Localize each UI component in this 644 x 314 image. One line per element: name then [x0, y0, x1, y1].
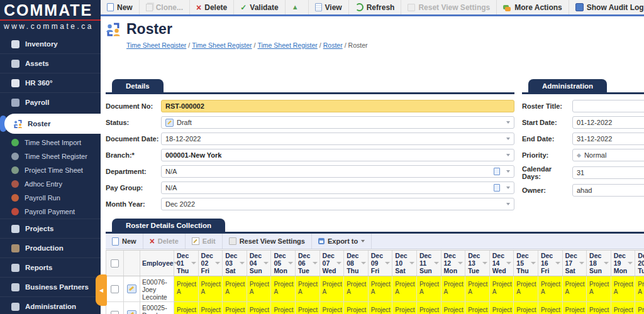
grid-header-date-dec-17[interactable]: Dec17Sat: [563, 251, 587, 276]
branch-input[interactable]: 000001-New York: [161, 149, 514, 161]
roster-cell[interactable]: Project A: [587, 276, 611, 301]
roster-cell[interactable]: Project A: [490, 302, 514, 314]
filter-icon[interactable]: [240, 262, 245, 264]
grid-header-date-dec-08[interactable]: Dec08Thu: [344, 251, 369, 276]
dropdown-caret-icon[interactable]: [506, 138, 510, 140]
document-date-input[interactable]: 18-12-2022: [161, 133, 514, 145]
sidebar-item-adhoc-entry[interactable]: Adhoc Entry: [0, 177, 101, 191]
sidebar-item-projects[interactable]: Projects: [0, 219, 101, 238]
department-input[interactable]: N/A: [161, 165, 514, 178]
tab-roster-details-collection[interactable]: Roster Details Collection: [112, 219, 225, 233]
tab-details[interactable]: Details: [112, 79, 164, 94]
end-date-input[interactable]: 31-12-2022: [572, 133, 644, 145]
sidebar-collapse-handle[interactable]: ◀: [96, 274, 107, 306]
new-button[interactable]: New: [106, 234, 143, 249]
sidebar-item-assets[interactable]: Assets: [0, 53, 101, 73]
roster-cell[interactable]: Project A: [199, 276, 223, 301]
roster-title-input[interactable]: [572, 100, 644, 112]
more-actions-button[interactable]: More Actions: [497, 0, 569, 14]
view-button[interactable]: View: [309, 0, 349, 14]
edit-row-icon[interactable]: [127, 284, 136, 293]
sidebar-item-production[interactable]: Production: [0, 238, 101, 257]
roster-cell[interactable]: Project A: [611, 302, 636, 314]
dropdown-caret-icon[interactable]: [506, 154, 510, 156]
grid-header-date-dec-12[interactable]: Dec12Mon: [441, 251, 466, 276]
sidebar-item-payroll[interactable]: Payroll: [0, 92, 101, 112]
dropdown-caret-icon[interactable]: [506, 187, 510, 189]
roster-cell[interactable]: Project A: [296, 276, 320, 301]
grid-header-date-dec-20[interactable]: Dec20Tue: [635, 251, 644, 276]
roster-cell[interactable]: Project A: [441, 302, 466, 314]
breadcrumb-link[interactable]: Time Sheet Register: [126, 41, 186, 49]
start-date-input[interactable]: 01-12-2022: [572, 116, 644, 129]
grid-header-date-dec-18[interactable]: Dec18Sun: [587, 251, 611, 276]
dropdown-caret-icon[interactable]: [506, 170, 510, 173]
row-checkbox[interactable]: [111, 285, 119, 293]
filter-icon[interactable]: [191, 262, 196, 264]
roster-cell[interactable]: Project A: [369, 302, 393, 314]
filter-icon[interactable]: [361, 262, 366, 264]
roster-cell[interactable]: Project A: [635, 302, 644, 314]
roster-cell[interactable]: Project A: [465, 302, 490, 314]
show-audit-logs-button[interactable]: Show Audit Logs: [569, 0, 644, 14]
filter-icon[interactable]: [555, 262, 560, 264]
sidebar-item-reports[interactable]: Reports: [0, 257, 101, 277]
roster-cell[interactable]: Project A: [369, 276, 393, 301]
roster-cell[interactable]: Project A: [441, 276, 466, 301]
month-year-input[interactable]: Dec 2022: [161, 198, 514, 210]
roster-cell[interactable]: Project A: [344, 276, 369, 301]
filter-icon[interactable]: [579, 262, 584, 264]
filter-icon[interactable]: [531, 262, 536, 264]
grid-header-date-dec-03[interactable]: Dec03Sat: [223, 251, 247, 276]
filter-icon[interactable]: [264, 262, 269, 264]
roster-cell[interactable]: Project A: [320, 302, 345, 314]
sidebar-item-roster[interactable]: Roster: [0, 114, 101, 134]
calendar-days-input[interactable]: 31: [572, 166, 644, 179]
document-no-input[interactable]: RST-000002: [161, 100, 514, 112]
grid-header-date-dec-16[interactable]: Dec16Fri: [538, 251, 563, 276]
sidebar-item-project-time-sheet[interactable]: Project Time Sheet: [0, 163, 101, 177]
roster-cell[interactable]: Project A: [635, 276, 644, 301]
roster-cell[interactable]: Project A: [174, 302, 199, 314]
sidebar-item-payroll-run[interactable]: Payroll Run: [0, 191, 101, 205]
dropdown-caret-icon[interactable]: [506, 121, 510, 124]
grid-header-date-dec-01[interactable]: Dec01Thu: [174, 251, 199, 276]
breadcrumb-link[interactable]: Time Sheet Register: [258, 41, 318, 49]
roster-cell[interactable]: Project A: [174, 276, 199, 301]
roster-cell[interactable]: Project A: [247, 302, 272, 314]
roster-cell[interactable]: Project A: [587, 302, 611, 314]
row-checkbox[interactable]: [111, 311, 119, 314]
status-input[interactable]: Draft: [161, 116, 514, 129]
select-all-checkbox[interactable]: [111, 259, 119, 268]
roster-cell[interactable]: Project A: [514, 276, 538, 301]
grid-header-date-dec-09[interactable]: Dec09Fri: [369, 251, 393, 276]
roster-cell[interactable]: Project A: [465, 276, 490, 301]
roster-cell[interactable]: Project A: [538, 302, 563, 314]
roster-cell[interactable]: Project A: [271, 276, 296, 301]
roster-cell[interactable]: Project A: [563, 302, 587, 314]
roster-cell[interactable]: Project A: [490, 276, 514, 301]
grid-header-date-dec-06[interactable]: Dec06Tue: [296, 251, 320, 276]
grid-header-date-dec-10[interactable]: Dec10Sat: [392, 251, 417, 276]
roster-cell[interactable]: Project A: [611, 276, 636, 301]
filter-icon[interactable]: [434, 262, 439, 264]
sidebar-item-inventory[interactable]: Inventory: [0, 35, 101, 53]
sidebar-item-hr-360[interactable]: HR 360°: [0, 73, 101, 92]
filter-icon[interactable]: [482, 262, 487, 264]
filter-icon[interactable]: [288, 262, 293, 264]
grid-header-date-dec-15[interactable]: Dec15Thu: [514, 251, 538, 276]
validation-alerts-icon-button[interactable]: ▲: [286, 0, 309, 14]
roster-cell[interactable]: Project A: [199, 302, 223, 314]
roster-cell[interactable]: Project A: [392, 302, 417, 314]
grid-header-date-dec-05[interactable]: Dec05Mon: [271, 251, 296, 276]
grid-header-date-dec-13[interactable]: Dec13Tue: [465, 251, 490, 276]
roster-cell[interactable]: Project A: [296, 302, 320, 314]
roster-cell[interactable]: Project A: [417, 276, 441, 301]
sidebar-item-administration[interactable]: Administration: [0, 296, 101, 314]
sidebar-item-time-sheet-register[interactable]: Time Sheet Register: [0, 149, 101, 163]
roster-cell[interactable]: Project A: [563, 276, 587, 301]
sidebar-item-time-sheet-import[interactable]: Time Sheet Import: [0, 136, 101, 149]
roster-cell[interactable]: Project A: [271, 302, 296, 314]
filter-icon[interactable]: [604, 262, 609, 264]
reset-view-settings-button[interactable]: Reset View Settings: [223, 234, 312, 249]
